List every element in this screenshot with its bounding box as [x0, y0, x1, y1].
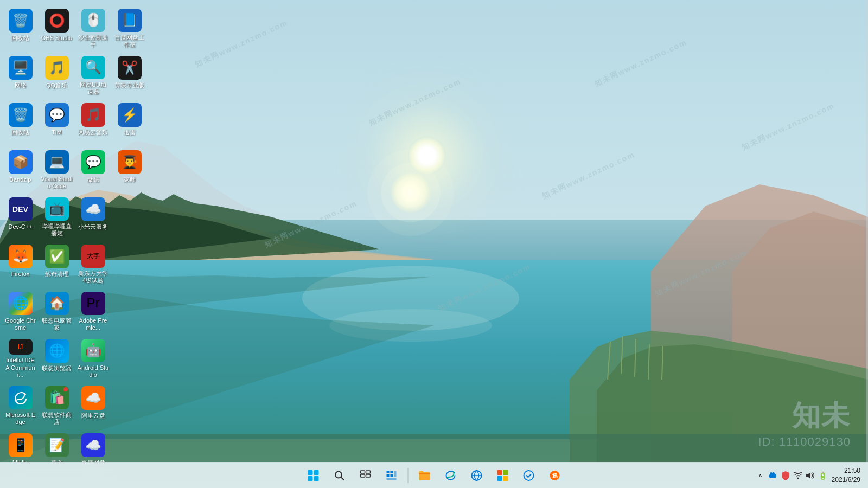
icon-lenovo-browser[interactable]: 🌐 联想浏览器: [39, 336, 74, 382]
tray-battery-icon[interactable]: 🔋: [818, 470, 828, 481]
tray-network-icon[interactable]: [793, 470, 803, 481]
taskview-button[interactable]: [354, 464, 378, 487]
dev-cpp-label: Dev-C++: [8, 223, 32, 230]
network-icon: 🖥️: [9, 56, 33, 80]
xiaomi-cloud-icon: ☁️: [81, 197, 105, 221]
taskbar-tray: ∧: [755, 463, 863, 488]
ms-store-taskbar[interactable]: [491, 464, 515, 487]
dev-cpp-icon: DEV: [9, 197, 33, 221]
icon-xunlei[interactable]: ⚡ 迅雷: [112, 100, 147, 146]
svg-rect-38: [394, 471, 397, 477]
jingqi-icon: ✅: [45, 245, 69, 268]
svg-rect-25: [314, 470, 319, 475]
icon-xiaomi-cloud[interactable]: ☁️ 小米云服务: [75, 194, 111, 240]
icon-bilibili-live[interactable]: 📺 哔哩哔哩直播姬: [39, 194, 74, 240]
capcut-icon: ✂️: [118, 56, 142, 80]
bilibili-label: 哔哩哔哩直播姬: [41, 223, 73, 237]
bandzip-icon: 📦: [9, 150, 33, 174]
icon-recycle2[interactable]: 🗑️ 回收站: [3, 100, 38, 146]
tray-chevron-button[interactable]: ∧: [755, 470, 766, 481]
lenovo-manager-icon: 🏠: [45, 292, 69, 315]
svg-rect-36: [387, 474, 390, 477]
tray-antivirus-icon[interactable]: [780, 470, 791, 481]
icon-intellij[interactable]: IJ IntelliJ IDEA Communi...: [3, 336, 38, 382]
taskbar-separator: [408, 468, 409, 483]
intellij-icon: IJ: [9, 339, 33, 355]
icon-ms-edge[interactable]: Microsoft Edge: [3, 383, 38, 429]
svg-rect-27: [314, 476, 319, 481]
capcut-label: 剪映专业版: [114, 82, 144, 89]
desktop-icons: 🗑️ 回收站 ⭕ OBS Studio 🖱️ 沙尘控制助手 📘 百度网盘工作室 …: [3, 5, 155, 476]
obs-label: OBS Studio: [41, 35, 72, 42]
explorer-button[interactable]: [413, 464, 437, 487]
brand-id: ID: 1110029130: [758, 435, 851, 449]
taskbar-app-6[interactable]: 迅: [543, 464, 567, 487]
svg-rect-31: [366, 471, 371, 473]
icon-bandzip[interactable]: 📦 Bandzip: [3, 147, 38, 193]
desktop-scrollbar[interactable]: [866, 0, 868, 462]
network-label: 网络: [15, 82, 27, 89]
icon-wechat[interactable]: 💬 微信: [75, 147, 111, 193]
icon-chrome[interactable]: 🌐 Google Chrome: [3, 288, 38, 335]
vscode-icon: 💻: [45, 150, 69, 174]
icon-obs-studio[interactable]: ⭕ OBS Studio: [39, 5, 74, 52]
lenovo-mouse-label: 沙尘控制助手: [77, 34, 109, 48]
firefox-icon: 🦊: [9, 245, 33, 268]
icon-aliyun[interactable]: ☁️ 阿里云盘: [75, 383, 111, 429]
chrome-label: Google Chrome: [4, 317, 36, 331]
icon-network[interactable]: 🖥️ 网络: [3, 53, 38, 99]
recycle-bin-icon: 🗑️: [9, 9, 33, 33]
icon-dev-cpp[interactable]: DEV Dev-C++: [3, 194, 38, 240]
shop-notif-dot: [63, 387, 68, 391]
baidu-pan-icon: ☁️: [81, 433, 105, 457]
xiaomi-cloud-label: 小米云服务: [78, 223, 108, 230]
icon-xdf-test[interactable]: 大字 新东方大学4级试题: [75, 241, 111, 287]
lenovo-mouse-icon: 🖱️: [81, 9, 105, 32]
icon-uu-booster[interactable]: 🔍 网易UU加速器: [75, 53, 111, 99]
lenovo-browser-taskbar[interactable]: [465, 464, 489, 487]
xdf-label: 新东方大学4级试题: [77, 270, 109, 284]
datetime-display[interactable]: 21:50 2021/6/29: [832, 466, 860, 485]
xunlei-label: 迅雷: [124, 129, 136, 136]
icon-qq-music[interactable]: 🎵 QQ音乐: [39, 53, 74, 99]
jingqi-label: 鲸奇清理: [45, 271, 69, 278]
svg-marker-13: [732, 211, 868, 462]
svg-line-17: [608, 342, 610, 380]
taskbar-app-5[interactable]: [517, 464, 541, 487]
watermark-8: 知未网www.znzmo.com: [654, 247, 749, 299]
icon-jingqi-clean[interactable]: ✅ 鲸奇清理: [39, 241, 74, 287]
svg-rect-47: [503, 476, 508, 481]
svg-rect-32: [361, 474, 365, 477]
bilibili-icon: 📺: [45, 197, 69, 221]
icon-firefox[interactable]: 🦊 Firefox: [3, 241, 38, 287]
start-button[interactable]: [302, 464, 326, 487]
adobe-pr-label: Adobe Premie...: [77, 317, 109, 331]
edge-taskbar-button[interactable]: [439, 464, 463, 487]
vscode-label: Visual Studio Code: [41, 176, 73, 190]
svg-marker-52: [806, 472, 810, 479]
tray-onedrive-icon[interactable]: [768, 470, 778, 481]
intellij-label: IntelliJ IDEA Communi...: [4, 357, 36, 378]
icon-lenovo-manager[interactable]: 🏠 联想电脑管家: [39, 288, 74, 335]
icon-netease-music[interactable]: 🎵 网易云音乐: [75, 100, 111, 146]
icon-tim[interactable]: 💬 TIM: [39, 100, 74, 146]
icon-adobe-pr[interactable]: Pr Adobe Premie...: [75, 288, 111, 335]
icon-vscode[interactable]: 💻 Visual Studio Code: [39, 147, 74, 193]
icon-recycle-bin[interactable]: 🗑️ 回收站: [3, 5, 38, 52]
tray-volume-icon[interactable]: [805, 470, 816, 481]
icon-jiashi[interactable]: 👨‍🎓 家师: [112, 147, 147, 193]
ms-edge-label: Microsoft Edge: [4, 412, 36, 426]
svg-rect-39: [387, 478, 397, 480]
icon-lenovo-mouse[interactable]: 🖱️ 沙尘控制助手: [75, 5, 111, 52]
icon-capcut[interactable]: ✂️ 剪映专业版: [112, 53, 147, 99]
brand-name: 知未: [758, 397, 851, 435]
icon-baidu-work[interactable]: 📘 百度网盘工作室: [112, 5, 147, 52]
icon-lenovo-shop[interactable]: 🛍️ 联想软件商店: [39, 383, 74, 429]
ms-edge-icon: [9, 386, 33, 409]
svg-text:迅: 迅: [552, 473, 558, 479]
widgets-button[interactable]: [380, 464, 404, 487]
tim-label: TIM: [52, 129, 62, 136]
icon-android-studio[interactable]: 🤖 Android Studio: [75, 336, 111, 382]
search-button[interactable]: [328, 464, 352, 487]
svg-rect-41: [419, 471, 424, 473]
